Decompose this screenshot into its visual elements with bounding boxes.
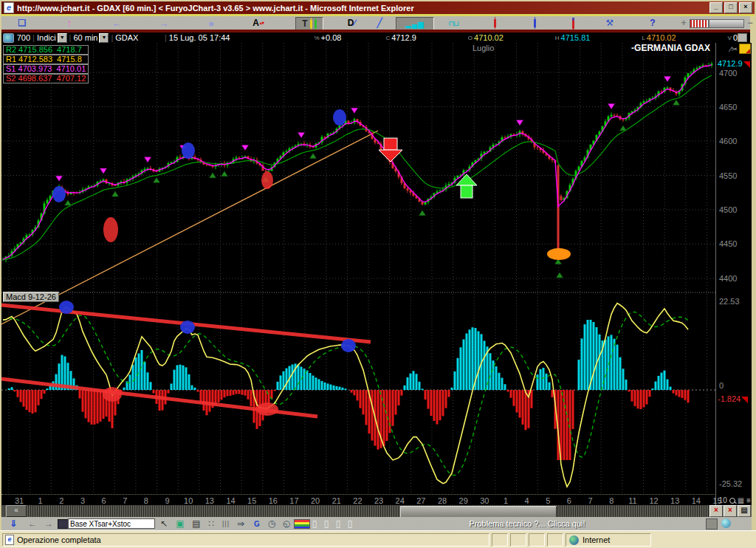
page4-icon[interactable]: ▯ (343, 518, 357, 530)
minimize-button[interactable]: _ (709, 2, 723, 13)
bar-chart-icon-pressed[interactable]: ▂▄▆ (396, 17, 434, 30)
film-icon[interactable]: ▤ (189, 518, 204, 530)
interval-dropdown-icon[interactable]: ▼ (99, 33, 109, 43)
open-chart-icon[interactable]: ❏ (15, 17, 30, 29)
font-size-letter: A (252, 18, 259, 28)
y-axis-label: 4450 (719, 239, 737, 248)
x-axis-label: 31 (10, 496, 28, 505)
pencil-icon: ∕ (354, 18, 355, 28)
scale-toggle-icon[interactable]: ∕✂ (730, 45, 738, 53)
back-arrow-icon[interactable]: ← (109, 17, 124, 29)
open-value: 4710.02 (474, 33, 504, 42)
next-template-icon[interactable]: → (41, 518, 56, 530)
title-bar[interactable]: e http://www.jchart.it - GDAX [60 min.] … (1, 1, 755, 14)
help-icon[interactable]: ? (645, 17, 660, 29)
clock2-icon[interactable]: ◵ (279, 518, 294, 530)
snapshot-icon[interactable] (739, 44, 751, 54)
dots-grid-icon[interactable]: ∷ (204, 518, 219, 530)
status-pane (510, 533, 526, 547)
grid-setup-icon[interactable]: G (250, 518, 264, 530)
x-axis-label: 12 (645, 496, 663, 505)
mini-close1-icon[interactable]: × (709, 505, 723, 517)
template-input[interactable] (68, 518, 155, 529)
status-pane (492, 533, 508, 547)
import-icon[interactable]: ⇓ (6, 518, 21, 530)
scrollbar-thumb[interactable] (400, 506, 557, 518)
divider: | (69, 33, 72, 42)
fast-forward-icon[interactable]: » (204, 17, 219, 29)
dither-icon[interactable]: ▦ (738, 496, 744, 504)
x-axis-label: 8 (602, 496, 620, 505)
connection-globe-icon (721, 518, 731, 528)
x-axis-label: 14 (222, 496, 240, 505)
x-axis-label: 16 (264, 496, 282, 505)
symbol-number[interactable]: 700 (17, 33, 30, 42)
price-axis-column: ∕✂ 4712.9 4700 4650 4600 4550 4500 4450 … (715, 43, 752, 505)
macd-label[interactable]: Macd 9-12-26 (3, 292, 59, 302)
x-axis-label: 9 (159, 496, 176, 505)
step-line-icon[interactable]: ⊓⊔ (446, 17, 461, 29)
window-controls: _ □ × (709, 2, 752, 13)
restore-chart-icon[interactable] (738, 33, 747, 42)
menu-icon[interactable]: ≡ (746, 496, 751, 504)
x-axis-label: 4 (518, 496, 536, 505)
shift-right-icon[interactable]: ⇒ (233, 518, 248, 530)
y-axis-label: 4400 (719, 274, 737, 283)
pivot-r1: R1 4712.583 4715.8 (3, 55, 89, 64)
pivot-s2: S2 4698.637 4707.12 (3, 74, 89, 83)
market-select[interactable]: Indici (37, 33, 56, 42)
pct-value: +0.08 (321, 33, 342, 42)
close-label: C (385, 35, 390, 41)
magnifier-icon[interactable] (729, 498, 735, 504)
clock1-icon[interactable]: ◷ (264, 518, 279, 530)
y-axis-label: 4700 (719, 69, 737, 78)
x-axis-label: 30 (475, 496, 493, 505)
scroll-left-button[interactable]: « (6, 505, 27, 517)
x-axis-label: 13 (201, 496, 219, 505)
x-axis-label: 2 (52, 496, 70, 505)
columns-icon[interactable]: ||| (219, 518, 233, 530)
x-axis: 3112367891013141516172021222324272829301… (1, 494, 716, 506)
macd-max-label: 22.53 (719, 297, 740, 306)
pivot-s1: S1 4703.973 4710.01 (3, 64, 89, 74)
x-axis-label: 6 (95, 496, 113, 505)
mini-close2-icon[interactable]: × (724, 505, 737, 517)
tools-wrench-icon[interactable]: ⚒ (602, 17, 617, 29)
trendline-icon[interactable]: ╱ (372, 17, 387, 29)
forward-arrow-icon[interactable]: → (157, 17, 171, 29)
chart-area[interactable]: R2 4715.856 4718.7 R1 4712.583 4715.8 S1… (1, 43, 752, 505)
macd-value-marker: -1.824 (718, 394, 748, 403)
text-tool-icon-pressed[interactable]: T (295, 17, 323, 30)
font-size-icon[interactable]: A▴▾ (251, 17, 266, 29)
candle-redblue-icon (572, 18, 574, 29)
candle-style3-icon[interactable] (566, 17, 580, 29)
ie-page-icon: e (5, 535, 14, 545)
restore-button[interactable]: □ (724, 2, 738, 13)
upload-arrow-icon[interactable]: ↑ (62, 17, 77, 29)
prev-template-icon[interactable]: ← (25, 518, 40, 530)
main-toolbar: ❏ ↑ ← → » A▴▾ T D∕ ╱ ▂▄▆ ⊓⊔ ⚒ ? + − (1, 16, 750, 30)
zoom-slider[interactable] (709, 19, 744, 28)
candle-style1-icon[interactable] (487, 17, 502, 29)
chart-scrollbar[interactable]: « » × × ▤ (1, 505, 752, 517)
tech-problem-banner[interactable]: Problema tecnico ?... Clicca qui! (379, 519, 675, 528)
zoom-out-icon[interactable]: − (743, 17, 756, 29)
select-arrow-icon[interactable]: ↖ (157, 518, 171, 530)
market-dropdown-icon[interactable]: ▼ (58, 33, 67, 43)
price-flag-icon (743, 61, 750, 68)
close-button[interactable]: × (739, 2, 752, 13)
y-axis-label: 4500 (719, 205, 737, 214)
x-axis-label: 27 (412, 496, 430, 505)
symbol-field[interactable]: GDAX (115, 33, 162, 42)
chart-title: -GERMANIA GDAX (631, 43, 710, 53)
candle-style2-icon[interactable] (527, 17, 542, 29)
zoom-in-icon[interactable]: + (676, 17, 691, 29)
x-axis-label: 7 (116, 496, 134, 505)
draw-tool-icon[interactable]: D∕ (344, 17, 359, 29)
price-macd-plot[interactable] (1, 43, 716, 494)
picture-icon[interactable]: ▣ (173, 518, 188, 530)
interval-select[interactable]: 60 min (73, 33, 97, 42)
candle-glyph-yellow (310, 20, 312, 28)
zone-text: Internet (583, 535, 610, 544)
print-icon[interactable]: ▤ (738, 505, 751, 517)
